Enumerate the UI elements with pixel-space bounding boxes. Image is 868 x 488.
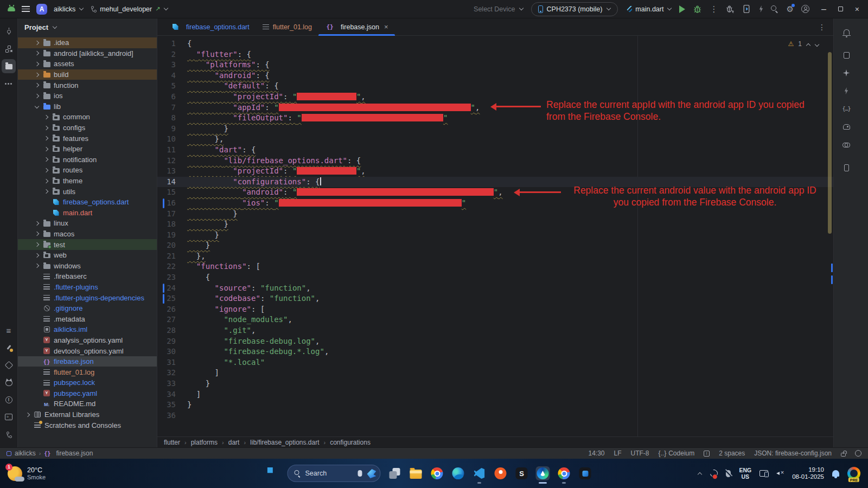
vcs-branch-widget[interactable]: mehul_developer ↗ [90, 5, 168, 13]
debug-button[interactable] [693, 4, 702, 14]
breadcrumb-item[interactable]: dart [228, 439, 240, 446]
editor-line-3[interactable]: 3 "platforms": { [157, 60, 833, 70]
editor-line-13[interactable]: 13 "projectId": "", [157, 166, 833, 177]
editor-line-31[interactable]: 31 "*.local" [157, 357, 833, 368]
tree-item-aiklicks-iml[interactable]: aiklicks.iml [18, 324, 157, 335]
android-studio-app-icon[interactable] [535, 466, 550, 480]
editor-line-20[interactable]: 20 } [157, 240, 833, 251]
tree-item-theme[interactable]: theme [18, 176, 157, 187]
mic-muted-icon[interactable] [726, 470, 731, 477]
readonly-toggle-icon[interactable] [855, 450, 861, 457]
tree-item-external-libraries[interactable]: External Libraries [18, 409, 157, 420]
prev-problem-icon[interactable] [806, 42, 810, 47]
tree-item-utils[interactable]: utils [18, 186, 157, 197]
editor-line-4[interactable]: 4 "android": { [157, 70, 833, 81]
status-file[interactable]: firebase.json [56, 450, 93, 457]
tree-chevron-icon[interactable] [42, 124, 51, 132]
copy-stack-icon[interactable] [839, 48, 853, 62]
editor-line-30[interactable]: 30 "firebase-debug.*.log", [157, 346, 833, 357]
tree-item-test[interactable]: test [18, 239, 157, 250]
unlock-icon[interactable] [841, 453, 846, 457]
editor-line-34[interactable]: 34 ] [157, 389, 833, 400]
breadcrumb-item[interactable]: platforms [191, 439, 218, 446]
tree-item-scratches-and-consoles[interactable]: Scratches and Consoles [18, 420, 157, 431]
lightning-icon[interactable] [758, 5, 763, 12]
terminal-tool-icon[interactable]: >_ [2, 410, 16, 424]
editor-line-23[interactable]: 23 { [157, 272, 833, 283]
tree-item--idea[interactable]: .idea [18, 37, 157, 48]
tree-chevron-icon[interactable] [33, 102, 42, 110]
notifications-bell-icon[interactable] [839, 25, 853, 39]
tree-item--flutter-plugins-dependencies[interactable]: .flutter-plugins-dependencies [18, 292, 157, 303]
tree-item-web[interactable]: web [18, 250, 157, 261]
cast-icon[interactable] [760, 470, 768, 477]
breadcrumb-item[interactable]: configurations [330, 439, 371, 446]
tree-item-assets[interactable]: assets [18, 59, 157, 69]
editor-line-22[interactable]: 22 "functions": [ [157, 261, 833, 272]
status-project[interactable]: aiklicks [15, 450, 36, 457]
tree-item-windows[interactable]: windows [18, 260, 157, 271]
editor-line-25[interactable]: 25 "codebase": "function", [157, 293, 833, 304]
device-selector[interactable]: CPH2373 (mobile) [531, 2, 618, 16]
line-separator[interactable]: LF [614, 450, 622, 457]
tree-item-function[interactable]: function [18, 80, 157, 91]
tree-chevron-icon[interactable] [42, 156, 51, 163]
tree-item-features[interactable]: features [18, 133, 157, 144]
tree-item-android-aiklicks-android-[interactable]: android [aiklicks_android] [18, 48, 157, 59]
editor-line-33[interactable]: 33 } [157, 378, 833, 389]
tree-item-macos[interactable]: macos [18, 229, 157, 240]
tree-item-lib[interactable]: lib [18, 101, 157, 112]
run-configuration[interactable]: main.dart [626, 5, 672, 13]
tree-chevron-icon[interactable] [33, 81, 42, 89]
attach-debugger-icon[interactable] [725, 4, 735, 14]
ai-assistant-icon[interactable] [839, 66, 853, 80]
task-view-button[interactable] [387, 466, 401, 480]
tree-chevron-icon[interactable] [33, 220, 42, 227]
tab-firebase-json[interactable]: firebase.json × [318, 18, 394, 35]
editor-line-28[interactable]: 28 ".git", [157, 325, 833, 336]
codeium-widget[interactable]: {..} Codeium [659, 450, 695, 457]
braces-tool-icon[interactable]: {…} [839, 102, 853, 116]
pubspec-pets-icon[interactable] [2, 375, 16, 389]
edge-app-icon[interactable] [451, 466, 465, 480]
tree-chevron-icon[interactable] [33, 60, 42, 68]
device-manager-icon[interactable] [839, 161, 853, 175]
tree-item-helper[interactable]: helper [18, 144, 157, 155]
next-problem-icon[interactable] [815, 42, 819, 47]
editor-line-35[interactable]: 35} [157, 400, 833, 410]
taskbar-search[interactable]: Search [287, 465, 380, 482]
s-app-icon[interactable]: S [514, 466, 528, 480]
editor-scrollbar[interactable] [828, 52, 832, 234]
inspections-widget[interactable]: ⚠ 1 [788, 39, 819, 50]
tree-item-firebase-options-dart[interactable]: firebase_options.dart [18, 197, 157, 208]
tree-item-flutter-01-log[interactable]: flutter_01.log [18, 367, 157, 377]
tab-firebase-options-dart[interactable]: firebase_options.dart [164, 18, 256, 35]
editor-line-12[interactable]: 12 "lib/firebase_options.dart": { [157, 156, 833, 166]
tree-chevron-icon[interactable] [33, 262, 42, 269]
tree-item-ios[interactable]: ios [18, 91, 157, 101]
tree-chevron-icon[interactable] [42, 188, 51, 195]
tree-item-analysis-options-yaml[interactable]: analysis_options.yaml [18, 335, 157, 346]
taskbar-weather[interactable]: 1 20°C Smoke [0, 466, 125, 481]
commit-tool-icon[interactable] [2, 24, 16, 38]
cursor-position[interactable]: 14:30 [588, 450, 604, 457]
editor-line-11[interactable]: 11 "dart": { [157, 145, 833, 156]
project-tool-icon[interactable] [2, 59, 16, 73]
tree-chevron-icon[interactable] [33, 39, 42, 47]
tree-chevron-icon[interactable] [33, 252, 42, 259]
settings-icon[interactable]: ⚙ [786, 4, 793, 14]
tree-item-main-dart[interactable]: main.dart [18, 208, 157, 219]
editor-line-32[interactable]: 32 ] [157, 368, 833, 378]
project-widget[interactable]: aiklicks [54, 5, 84, 13]
editor-line-26[interactable]: 26 "ignore": [ [157, 304, 833, 315]
editor-line-9[interactable]: 9 } [157, 124, 833, 134]
tree-item--flutter-plugins[interactable]: .flutter-plugins [18, 282, 157, 293]
indent-style[interactable]: 2 spaces [719, 450, 745, 457]
search-icon[interactable] [771, 5, 778, 13]
link-tool-icon[interactable] [839, 138, 853, 152]
tab-flutter-01-log[interactable]: flutter_01.log [256, 18, 318, 35]
more-actions-icon[interactable]: ⋮ [710, 5, 718, 13]
close-button[interactable]: × [855, 5, 859, 14]
editor-line-24[interactable]: 24 "source": "function", [157, 283, 833, 294]
tree-chevron-icon[interactable] [23, 411, 33, 419]
